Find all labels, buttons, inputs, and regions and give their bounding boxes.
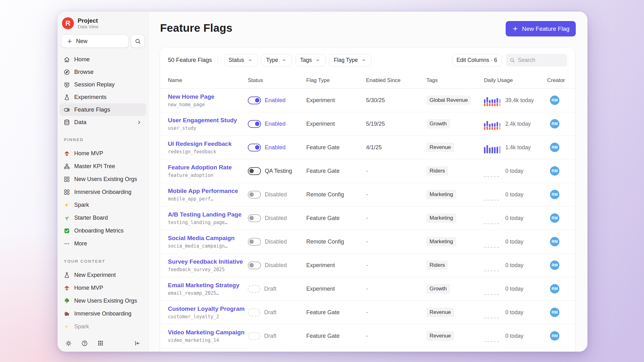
flag-name-link[interactable]: Mobile App Performance: [168, 188, 248, 195]
sidebar-item-browse[interactable]: Browse: [59, 66, 146, 78]
sidebar-item-immersive-onboarding[interactable]: Immersive Onboarding: [59, 186, 146, 199]
creator-avatar[interactable]: RM: [550, 237, 559, 246]
sidebar-item-starter-board[interactable]: Starter Board: [59, 211, 146, 224]
gear-icon: [65, 340, 72, 347]
sidebar-item-home[interactable]: Home: [59, 53, 146, 66]
creator-avatar[interactable]: RM: [550, 213, 559, 223]
table-row[interactable]: Mobile App Performancemobile_app_perf…Di…: [160, 183, 575, 206]
status-toggle[interactable]: [248, 332, 260, 340]
tags-cell: Riders: [426, 261, 484, 270]
creator-avatar[interactable]: RM: [550, 166, 559, 176]
tag-chip[interactable]: Marketing: [426, 213, 456, 223]
check-icon: [63, 228, 70, 234]
filter-status-dropdown[interactable]: Status: [224, 54, 258, 66]
tag-chip[interactable]: Growth: [426, 119, 450, 129]
creator-avatar[interactable]: RM: [550, 331, 559, 341]
table-search[interactable]: [506, 54, 567, 67]
tag-chip[interactable]: Revenue: [426, 308, 454, 317]
settings-button[interactable]: [64, 339, 73, 347]
flag-name-link[interactable]: New Home Page: [168, 93, 248, 100]
table-row[interactable]: A/B Testing Landing Pagetesting_landing_…: [160, 206, 575, 230]
sidebar-item-new-experiment[interactable]: New Experiment: [59, 269, 146, 282]
sidebar-item-spark[interactable]: Spark: [59, 320, 146, 333]
flag-name-link[interactable]: UI Redesign Feedback: [168, 140, 248, 147]
help-button[interactable]: [80, 339, 89, 347]
sidebar-item-onboarding-metrics[interactable]: Onboarding Metrics: [59, 224, 146, 237]
status-toggle[interactable]: [248, 191, 261, 199]
new-button[interactable]: New: [62, 35, 128, 47]
column-header-daily-usage[interactable]: Daily Usage: [484, 77, 547, 84]
status-toggle[interactable]: [248, 309, 260, 316]
creator-avatar[interactable]: RM: [550, 308, 559, 317]
table-row[interactable]: User Engagement Studyuser_studyEnabledEx…: [160, 112, 575, 136]
table-row[interactable]: Feature Adoption Ratefeature_adoptionQA …: [160, 159, 575, 183]
tag-chip[interactable]: Revenue: [426, 143, 454, 152]
flag-name-link[interactable]: Video Marketing Campaign: [168, 329, 248, 336]
project-switcher[interactable]: R Project Data View: [58, 12, 148, 30]
status-toggle[interactable]: [248, 238, 261, 246]
tag-chip[interactable]: Riders: [426, 166, 448, 176]
new-feature-flag-button[interactable]: New Feature Flag: [506, 21, 576, 36]
status-toggle[interactable]: [248, 96, 261, 104]
column-header-creator[interactable]: Creator: [547, 77, 567, 84]
table-row[interactable]: UI Redesign Feedbackredesign_feedbackEna…: [160, 136, 575, 159]
sidebar-item-more[interactable]: More: [59, 237, 146, 250]
flag-name-link[interactable]: Customer Loyalty Program: [168, 305, 248, 312]
creator-avatar[interactable]: RM: [550, 143, 559, 152]
sidebar-item-new-users-existing-orgs[interactable]: New Users Existing Orgs: [59, 294, 146, 307]
filter-type-dropdown[interactable]: Type: [262, 54, 292, 66]
flag-name-link[interactable]: Feature Adoption Rate: [168, 164, 248, 171]
sidebar-item-spark[interactable]: Spark: [59, 199, 146, 211]
sidebar-item-immersive-onboarding[interactable]: Immersive Onboarding: [59, 307, 146, 320]
column-header-status[interactable]: Status: [248, 77, 306, 84]
status-toggle[interactable]: [248, 214, 261, 222]
tag-chip[interactable]: Growth: [426, 284, 450, 293]
status-toggle[interactable]: [248, 144, 261, 151]
sidebar-item-experiments[interactable]: Experiments: [59, 91, 146, 103]
table-search-input[interactable]: [518, 57, 564, 63]
sidebar-item-home-mvp[interactable]: Home MVP: [59, 282, 146, 294]
tag-chip[interactable]: Marketing: [426, 237, 456, 246]
column-header-enabled-since[interactable]: Enabled Since: [366, 77, 426, 84]
flag-name-link[interactable]: Email Marketing Strategy: [168, 282, 248, 289]
table-row[interactable]: Social Media Campaignsocia_media_campaig…: [160, 230, 575, 254]
sidebar-search-button[interactable]: [131, 35, 144, 47]
sidebar-item-home-mvp[interactable]: Home MVP: [59, 147, 146, 160]
creator-avatar[interactable]: RM: [550, 284, 559, 293]
apps-button[interactable]: [97, 339, 105, 347]
tag-chip[interactable]: Revenue: [426, 331, 454, 341]
column-header-flag-type[interactable]: Flag Type: [306, 77, 366, 84]
sidebar-item-new-users-existing-orgs[interactable]: New Users Existing Orgs: [59, 173, 146, 186]
sidebar-item-master-kpi-tree[interactable]: Master KPI Tree: [59, 160, 146, 173]
column-header-tags[interactable]: Tags: [426, 77, 484, 84]
creator-avatar[interactable]: RM: [550, 261, 559, 270]
sidebar-item-data[interactable]: Data: [59, 116, 146, 129]
table-row[interactable]: Video Marketing Campaignvideo_marketing_…: [160, 324, 575, 348]
flag-name-link[interactable]: User Engagement Study: [168, 117, 248, 124]
creator-avatar[interactable]: RM: [550, 96, 559, 105]
filter-flag-type-dropdown[interactable]: Flag Type: [329, 54, 372, 66]
table-row[interactable]: Customer Loyalty Programcustomer_loyalty…: [160, 301, 575, 324]
tag-chip[interactable]: Global Revenue: [426, 96, 471, 105]
table-row[interactable]: Survey Feedback Initiativefeedback_surve…: [160, 254, 575, 277]
flag-name-link[interactable]: Survey Feedback Initiative: [168, 258, 248, 265]
status-toggle[interactable]: [248, 285, 260, 293]
sidebar-item-session-replay[interactable]: Session Replay: [59, 78, 146, 91]
creator-avatar[interactable]: RM: [550, 119, 559, 129]
status-toggle[interactable]: [248, 261, 261, 269]
status-toggle[interactable]: [248, 120, 261, 128]
tag-chip[interactable]: Riders: [426, 261, 448, 270]
flag-name-link[interactable]: A/B Testing Landing Page: [168, 211, 248, 218]
creator-avatar[interactable]: RM: [550, 190, 559, 199]
flag-name-link[interactable]: Social Media Campaign: [168, 235, 248, 242]
sidebar-item-feature-flags[interactable]: Feature Flags: [59, 103, 146, 116]
table-row[interactable]: New Home Pagenew_home_pageEnabledExperim…: [160, 89, 575, 112]
edit-columns-button[interactable]: Edit Columns · 6: [452, 54, 502, 66]
table-row[interactable]: Email Marketing Strategyemail_revamp_202…: [160, 277, 575, 301]
tag-chip[interactable]: Marketing: [426, 190, 456, 199]
filter-tags-dropdown[interactable]: Tags: [296, 54, 325, 66]
column-header-name[interactable]: Name: [168, 77, 248, 84]
status-toggle[interactable]: [248, 167, 261, 175]
collapse-sidebar-button[interactable]: [133, 339, 141, 347]
usage-label: 1.4k today: [505, 144, 531, 151]
